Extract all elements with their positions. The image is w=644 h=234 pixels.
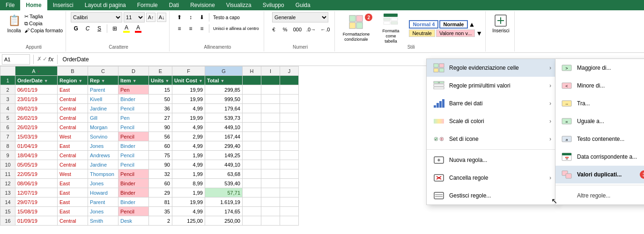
cell-row12-col6[interactable]: 539,40: [205, 179, 243, 188]
italic-button[interactable]: C: [82, 23, 93, 34]
col-j-header[interactable]: J: [280, 66, 299, 76]
currency-button[interactable]: €: [269, 24, 279, 35]
confirm-formula-icon[interactable]: ✓: [43, 56, 47, 63]
cell-row14-col3[interactable]: Binder: [118, 197, 149, 207]
cell-row15-col1[interactable]: East: [58, 207, 88, 216]
cell-row13-col9[interactable]: [280, 188, 299, 197]
tab-revisione[interactable]: Revisione: [185, 0, 221, 10]
col-b-header[interactable]: B: [58, 66, 88, 76]
decimal-decrease-button[interactable]: ←.0: [318, 24, 332, 35]
cell-row9-col4[interactable]: 75: [149, 151, 172, 160]
cell-row6-col0[interactable]: 26/02/19: [15, 123, 58, 132]
cell-row7-col1[interactable]: West: [58, 132, 88, 141]
cell-row2-col3[interactable]: Pen: [118, 85, 149, 95]
font-increase-button[interactable]: A↑: [146, 13, 155, 22]
cell-row4-col9[interactable]: [280, 104, 299, 113]
cell-row13-col7[interactable]: [243, 188, 261, 197]
menu-item-cancella-regole[interactable]: Cancella regole ›: [427, 169, 557, 187]
cell-row4-col8[interactable]: [261, 104, 280, 113]
cell-row10-col2[interactable]: Jardine: [88, 160, 118, 169]
col-g-header[interactable]: G: [205, 66, 243, 76]
cell-row6-col1[interactable]: Central: [58, 123, 88, 132]
cell-row5-col1[interactable]: Central: [58, 113, 88, 123]
menu-item-barre[interactable]: Barre dei dati ›: [427, 95, 557, 112]
cell-row16-col2[interactable]: Smith: [88, 216, 118, 226]
cell-row7-col7[interactable]: [243, 132, 261, 141]
copy-format-button[interactable]: 🖌 Copia formato: [24, 28, 63, 33]
cell-row4-col0[interactable]: 09/02/19: [15, 104, 58, 113]
merge-button[interactable]: Unisci e allinea al centro: [211, 23, 261, 34]
format-as-table-button[interactable]: Formatta cometabella: [374, 12, 407, 44]
cell-h1[interactable]: [243, 76, 261, 85]
cell-row11-col3[interactable]: Pencil: [118, 169, 149, 179]
col-a-header[interactable]: A ▼: [15, 66, 58, 76]
cell-row11-col6[interactable]: 63,68: [205, 169, 243, 179]
cell-row12-col4[interactable]: 60: [149, 179, 172, 188]
underline-button[interactable]: S: [94, 23, 104, 34]
cell-row15-col2[interactable]: Jones: [88, 207, 118, 216]
cell-row2-col2[interactable]: Parent: [88, 85, 118, 95]
cell-row13-col1[interactable]: East: [58, 188, 88, 197]
menu-item-icone[interactable]: ✓ ! Set di icone ›: [427, 130, 557, 148]
cell-row13-col5[interactable]: 1,99: [172, 188, 205, 197]
cell-row2-col8[interactable]: [261, 85, 280, 95]
text-wrap-button[interactable]: Testo a capo: [211, 12, 242, 22]
align-left-button[interactable]: ≡: [174, 23, 185, 34]
cell-row16-col8[interactable]: [261, 216, 280, 226]
cell-row14-col6[interactable]: 1.619,19: [205, 197, 243, 207]
tab-home[interactable]: Home: [20, 0, 47, 10]
cell-row5-col7[interactable]: [243, 113, 261, 123]
col-h-header[interactable]: H: [243, 66, 261, 76]
cell-row10-col8[interactable]: [261, 160, 280, 169]
align-middle-button[interactable]: ↕: [185, 12, 196, 22]
cell-row14-col2[interactable]: Parent: [88, 197, 118, 207]
tab-layout[interactable]: Layout di pagina: [79, 0, 132, 10]
cell-row16-col1[interactable]: Central: [58, 216, 88, 226]
cell-row2-col0[interactable]: 06/01/19: [15, 85, 58, 95]
cell-row12-col8[interactable]: [261, 179, 280, 188]
cell-row12-col2[interactable]: Jones: [88, 179, 118, 188]
cell-row15-col8[interactable]: [261, 207, 280, 216]
cell-row15-col0[interactable]: 15/08/19: [15, 207, 58, 216]
cell-row11-col9[interactable]: [280, 169, 299, 179]
menu-item-testo[interactable]: a Testo contenente...: [555, 130, 644, 148]
cell-row11-col5[interactable]: 1,99: [172, 169, 205, 179]
cell-row6-col2[interactable]: Morgan: [88, 123, 118, 132]
menu-item-regole-evidenziazione[interactable]: Regole evidenziazione celle ›: [427, 59, 557, 77]
cell-row5-col4[interactable]: 27: [149, 113, 172, 123]
cell-row12-col1[interactable]: East: [58, 179, 88, 188]
cell-row12-col3[interactable]: Binder: [118, 179, 149, 188]
font-color-button[interactable]: A: [133, 23, 143, 34]
tab-visualizza[interactable]: Visualizza: [221, 0, 257, 10]
cell-row8-col6[interactable]: 299,40: [205, 141, 243, 151]
menu-item-gestisci[interactable]: Gestisci regole...: [427, 187, 557, 205]
cell-row9-col8[interactable]: [261, 151, 280, 160]
cell-row4-col4[interactable]: 36: [149, 104, 172, 113]
cell-row6-col3[interactable]: Pencil: [118, 123, 149, 132]
cell-row2-col5[interactable]: 19,99: [172, 85, 205, 95]
cell-row10-col6[interactable]: 449,10: [205, 160, 243, 169]
cell-row6-col8[interactable]: [261, 123, 280, 132]
cell-a1[interactable]: OrderDate ▼: [15, 76, 58, 85]
cell-row7-col0[interactable]: 15/03/19: [15, 132, 58, 141]
cell-row14-col1[interactable]: East: [58, 197, 88, 207]
cell-row11-col0[interactable]: 22/05/19: [15, 169, 58, 179]
cell-row15-col9[interactable]: [280, 207, 299, 216]
cell-row4-col5[interactable]: 4,99: [172, 104, 205, 113]
cell-f1[interactable]: Unit Cost ▼: [172, 76, 205, 85]
cell-row14-col4[interactable]: 81: [149, 197, 172, 207]
cell-g1[interactable]: Total ▼: [205, 76, 243, 85]
cell-row9-col5[interactable]: 1,99: [172, 151, 205, 160]
menu-item-maggiore[interactable]: > Maggiore di...: [555, 59, 644, 77]
cell-row16-col9[interactable]: [280, 216, 299, 226]
cell-row4-col3[interactable]: Pencil: [118, 104, 149, 113]
cell-row3-col3[interactable]: Binder: [118, 95, 149, 104]
cell-row9-col6[interactable]: 149,25: [205, 151, 243, 160]
cell-row14-col9[interactable]: [280, 197, 299, 207]
cell-row12-col5[interactable]: 8,99: [172, 179, 205, 188]
cell-row3-col5[interactable]: 19,99: [172, 95, 205, 104]
cell-row3-col2[interactable]: Kivell: [88, 95, 118, 104]
cell-row6-col5[interactable]: 4,99: [172, 123, 205, 132]
cell-row15-col3[interactable]: Pencil: [118, 207, 149, 216]
cell-row13-col8[interactable]: [261, 188, 280, 197]
